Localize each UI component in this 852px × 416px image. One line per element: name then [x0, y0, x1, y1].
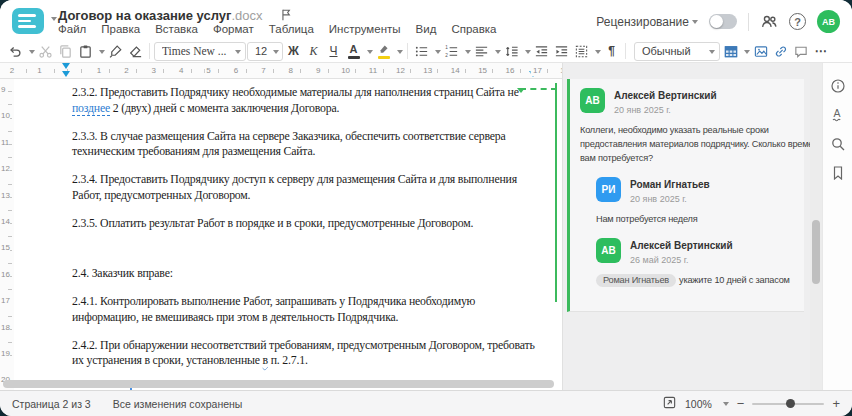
ruler-number: 9 [1, 85, 5, 94]
paragraph-settings-button[interactable] [572, 41, 591, 61]
help-icon[interactable]: ? [789, 13, 806, 30]
menu-item[interactable]: Файл [58, 23, 86, 35]
undo-caret-icon[interactable] [29, 50, 35, 57]
italic-button[interactable]: К [304, 41, 323, 61]
menu-item[interactable]: Таблица [269, 23, 314, 35]
fit-page-icon[interactable] [662, 395, 677, 412]
menu-item[interactable]: Формат [213, 23, 254, 35]
ruler-number: 18 [1, 323, 10, 332]
collaboration-users-icon[interactable] [760, 13, 778, 31]
insert-link-button[interactable] [771, 41, 790, 61]
copy-button[interactable] [56, 41, 75, 61]
cut-button[interactable] [36, 41, 55, 61]
user-avatar[interactable]: АВ [817, 10, 840, 33]
doc-paragraph[interactable]: 2.4. Заказчик вправе: [72, 266, 548, 282]
menu-item[interactable]: Правка [101, 23, 140, 35]
clear-style-eraser-button[interactable] [126, 41, 145, 61]
comment-avatar: АВ [580, 88, 605, 113]
insert-comment-button[interactable] [791, 41, 810, 61]
page-indicator[interactable]: Страница 2 из 3 [12, 398, 91, 410]
comments-scrollbar[interactable] [810, 63, 822, 390]
paste-caret-icon[interactable] [99, 50, 105, 57]
menu-item[interactable]: Вставка [155, 23, 198, 35]
bullet-list-button[interactable] [412, 41, 431, 61]
doc-paragraph[interactable]: 2.3.4. Предоставить Подрядчику доступ к … [72, 172, 548, 203]
zoom-in-button[interactable]: + [832, 397, 840, 410]
comment-thread[interactable]: АВАлексей Вертинский20 янв 2025 г.Коллег… [567, 79, 804, 312]
ruler-number: 5 [204, 66, 212, 76]
logo-menu-caret-icon[interactable] [51, 17, 57, 24]
comment-date: 20 янв 2025 г. [614, 105, 717, 115]
font-size-select[interactable]: 12 [247, 42, 283, 61]
left-indent-marker[interactable] [62, 71, 70, 79]
comment-reply[interactable]: АВАлексей Вертинский26 май 2025 г.Роман … [596, 238, 796, 287]
doc-paragraph[interactable]: 2.4.1. Контролировать выполнение Работ, … [72, 294, 548, 325]
highlight-color-button[interactable] [374, 41, 393, 61]
font-color-button[interactable]: А [344, 41, 363, 61]
comment-date: 20 янв 2025 г. [630, 194, 710, 204]
insert-table-caret-icon[interactable] [744, 50, 750, 57]
status-bar: Страница 2 из 3 Все изменения сохранены … [0, 390, 852, 416]
scrollbar-thumb[interactable] [812, 220, 820, 284]
zoom-caret-icon[interactable] [723, 402, 729, 409]
line-spacing-caret-icon[interactable] [525, 50, 531, 57]
zoom-slider[interactable] [752, 403, 824, 405]
zoom-controls: 100% − + [662, 395, 840, 412]
zoom-out-button[interactable]: − [737, 397, 745, 410]
review-toggle[interactable] [709, 14, 737, 29]
underline-button[interactable]: Ч [324, 41, 343, 61]
document-info-icon[interactable] [829, 77, 847, 95]
numbered-list-button[interactable]: 1 2 [442, 41, 461, 61]
menu-item[interactable]: Справка [451, 23, 496, 35]
svg-text:А: А [833, 107, 840, 119]
review-mode-button[interactable]: Рецензирование [596, 15, 698, 29]
undo-button[interactable] [6, 41, 25, 61]
bookmark-icon[interactable] [829, 164, 847, 182]
bold-button[interactable]: Ж [284, 41, 303, 61]
decrease-indent-button[interactable] [532, 41, 551, 61]
horizontal-scrollbar[interactable] [3, 380, 554, 388]
show-paragraph-marks-button[interactable]: ¶ [602, 41, 621, 61]
horizontal-ruler[interactable]: 21123456789101112131415161718 [0, 63, 562, 79]
search-icon[interactable] [829, 135, 847, 153]
menu-item[interactable]: Вид [416, 23, 437, 35]
comment-text: Роман Игнатьевукажите 10 дней с запасом [596, 273, 796, 287]
comments-panel: АВАлексей Вертинский20 янв 2025 г.Коллег… [562, 63, 810, 390]
numbered-list-caret-icon[interactable] [465, 50, 471, 57]
app-logo-icon[interactable] [12, 8, 44, 34]
font-color-caret-icon[interactable] [367, 50, 373, 57]
zoom-level[interactable]: 100% [685, 398, 712, 410]
menu-item[interactable]: Инструменты [329, 23, 401, 35]
align-caret-icon[interactable] [495, 50, 501, 57]
document-page[interactable]: 2.3.2. Предоставить Подрядчику необходим… [14, 79, 562, 390]
bullet-list-caret-icon[interactable] [435, 50, 441, 57]
align-button[interactable] [472, 41, 491, 61]
doc-paragraph[interactable]: 2.3.5. Оплатить результат Работ в порядк… [72, 216, 548, 232]
spellcheck-icon[interactable]: А [829, 106, 847, 124]
paste-button[interactable] [76, 41, 95, 61]
toolbar-more-button[interactable]: ⋯ [811, 41, 830, 61]
header-controls: Рецензирование ? АВ [596, 10, 840, 33]
zoom-slider-knob[interactable] [786, 399, 795, 408]
paragraph-settings-caret-icon[interactable] [595, 50, 601, 57]
comment-text: Коллеги, необходимо указать реальные сро… [580, 123, 796, 165]
right-sidebar: А [822, 63, 852, 390]
insert-image-button[interactable] [751, 41, 770, 61]
comment-reply[interactable]: РИРоман Игнатьев20 янв 2025 г.Нам потреб… [596, 177, 796, 226]
mention-badge[interactable]: Роман Игнатьев [596, 274, 676, 287]
header: Договор на оказание услуг .docx ФайлПрав… [0, 0, 852, 40]
doc-paragraph[interactable] [72, 244, 548, 254]
insert-table-button[interactable] [721, 41, 740, 61]
font-name-select[interactable]: Times New ... [154, 42, 246, 61]
doc-paragraph[interactable]: 2.4.2. При обнаружении несоответствий тр… [72, 338, 548, 369]
comment[interactable]: АВАлексей Вертинский20 янв 2025 г.Коллег… [580, 88, 796, 165]
flag-icon[interactable] [277, 6, 295, 24]
vertical-ruler[interactable]: 91011121314151617181920 [0, 79, 14, 390]
doc-paragraph[interactable]: 2.3.3. В случае размещения Сайта на серв… [72, 129, 548, 160]
highlight-caret-icon[interactable] [397, 50, 403, 57]
line-spacing-button[interactable] [502, 41, 521, 61]
format-painter-button[interactable] [106, 41, 125, 61]
increase-indent-button[interactable] [552, 41, 571, 61]
paragraph-style-select[interactable]: Обычный [634, 42, 720, 61]
doc-paragraph[interactable]: 2.3.2. Предоставить Подрядчику необходим… [72, 85, 548, 116]
